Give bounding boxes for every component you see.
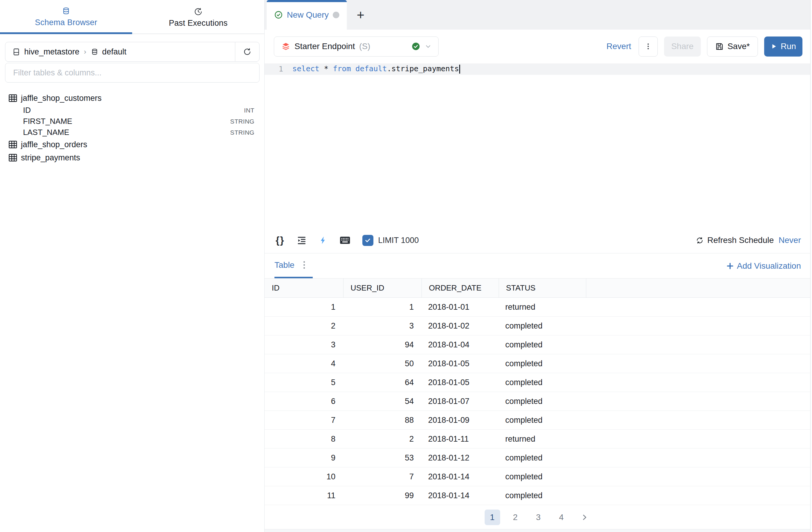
column-header[interactable]: ORDER_DATE <box>422 279 499 298</box>
tab-table-label: Table <box>274 260 294 270</box>
autocomplete-indent-icon[interactable] <box>296 235 307 246</box>
table-row: 232018-01-02completed <box>265 317 812 335</box>
table-row: 7882018-01-09completed <box>265 411 812 430</box>
chevron-down-icon <box>424 43 432 50</box>
run-button[interactable]: Run <box>764 37 802 57</box>
limit-checkbox[interactable] <box>362 235 373 246</box>
query-actions: Revert Share <box>607 37 802 57</box>
table-tab-kebab-icon[interactable] <box>302 260 306 270</box>
filter-box <box>5 63 260 83</box>
sql-token: from <box>333 64 351 73</box>
page-button-3[interactable]: 3 <box>531 509 546 525</box>
page-button-4[interactable]: 4 <box>554 509 569 525</box>
table-cell: 5 <box>265 373 343 392</box>
table-cell: 2018-01-09 <box>422 411 499 430</box>
column-header[interactable]: USER_ID <box>343 279 422 298</box>
new-tab-button[interactable]: + <box>347 0 374 30</box>
filter-tables-input[interactable] <box>5 63 259 82</box>
database-icon <box>62 7 70 15</box>
endpoint-name: Starter Endpoint <box>294 42 355 51</box>
tree-column-item[interactable]: LAST_NAMESTRING <box>9 127 255 138</box>
table-cell: completed <box>499 486 586 505</box>
column-name: FIRST_NAME <box>23 117 72 126</box>
limit-toggle[interactable]: LIMIT 1000 <box>362 235 419 246</box>
table-cell: 2018-01-14 <box>422 467 499 486</box>
play-icon <box>770 43 777 50</box>
table-cell: 54 <box>343 392 422 411</box>
table-row: 1072018-01-14completed <box>265 467 812 486</box>
table-cell-filler <box>586 335 812 354</box>
column-name: LAST_NAME <box>23 128 69 137</box>
breadcrumb-catalog[interactable]: hive_metastore <box>24 47 79 57</box>
table-cell: 1 <box>265 298 343 317</box>
table-cell: 6 <box>265 392 343 411</box>
sql-token: . <box>387 64 391 73</box>
table-cell: 53 <box>343 449 422 467</box>
table-name: stripe_payments <box>21 153 80 163</box>
scrollbar-gutter[interactable] <box>810 0 812 532</box>
refresh-schedule-value[interactable]: Never <box>779 236 801 245</box>
table-cell: 2018-01-05 <box>422 354 499 373</box>
sql-token: * <box>324 64 328 73</box>
table-cell: 94 <box>343 335 422 354</box>
save-button[interactable]: Save* <box>707 37 758 57</box>
tree-table-item[interactable]: jaffle_shop_customers <box>9 92 255 105</box>
more-actions-button[interactable] <box>639 37 658 57</box>
column-header[interactable]: ID <box>265 279 343 298</box>
sql-token: select <box>292 64 319 73</box>
tab-past-executions[interactable]: Past Executions <box>132 0 264 34</box>
unsaved-dot-icon <box>333 12 339 18</box>
table-cell: 2018-01-12 <box>422 449 499 467</box>
table-cell: 3 <box>265 335 343 354</box>
table-cell: completed <box>499 411 586 430</box>
table-cell: 2018-01-02 <box>422 317 499 335</box>
tab-schema-browser[interactable]: Schema Browser <box>0 0 132 34</box>
tree-column-item[interactable]: FIRST_NAMESTRING <box>9 116 255 127</box>
table-cell-filler <box>586 411 812 430</box>
table-row: 3942018-01-04completed <box>265 335 812 354</box>
table-cell: completed <box>499 392 586 411</box>
results-table: IDUSER_IDORDER_DATESTATUS 112018-01-01re… <box>265 278 812 505</box>
format-braces-icon[interactable]: {} <box>276 235 285 246</box>
tree-table-item[interactable]: stripe_payments <box>9 151 255 164</box>
table-cell-filler <box>586 373 812 392</box>
breadcrumb[interactable]: hive_metastore › default <box>5 42 235 61</box>
table-cell: 88 <box>343 411 422 430</box>
chevron-right-icon <box>581 514 588 521</box>
sql-token <box>319 64 324 73</box>
page-button-2[interactable]: 2 <box>508 509 523 525</box>
column-header[interactable]: STATUS <box>499 279 586 298</box>
refresh-schema-button[interactable] <box>235 42 259 61</box>
tab-schema-browser-label: Schema Browser <box>35 18 97 27</box>
breadcrumb-schema[interactable]: default <box>102 47 127 57</box>
table-row: 4502018-01-05completed <box>265 354 812 373</box>
add-visualization-button[interactable]: Add Visualization <box>726 261 801 271</box>
page-button-1[interactable]: 1 <box>484 509 500 525</box>
share-button[interactable]: Share <box>664 37 701 57</box>
table-row: 5642018-01-05completed <box>265 373 812 392</box>
sql-editor[interactable]: 1 select * from default.stripe_payments <box>265 64 812 228</box>
schema-breadcrumb-box: hive_metastore › default <box>5 42 260 62</box>
endpoint-select[interactable]: Starter Endpoint (S) <box>274 37 439 57</box>
pagination: 1234 <box>265 505 812 529</box>
table-name: jaffle_shop_orders <box>21 140 87 149</box>
keyboard-shortcuts-icon[interactable] <box>339 236 350 245</box>
query-tab-new-query[interactable]: New Query <box>267 0 347 30</box>
sidebar: Schema Browser Past Executions <box>0 0 265 532</box>
table-cell: 99 <box>343 486 422 505</box>
tree-column-item[interactable]: IDINT <box>9 105 255 116</box>
table-row: 112018-01-01returned <box>265 298 812 317</box>
share-button-label: Share <box>671 42 694 51</box>
table-cell: 1 <box>343 298 422 317</box>
revert-button[interactable]: Revert <box>607 42 631 51</box>
table-cell: 50 <box>343 354 422 373</box>
live-autocomplete-bolt-icon[interactable] <box>319 236 328 245</box>
sql-token: default <box>356 64 387 73</box>
next-page-button[interactable] <box>577 509 592 525</box>
editor-toolbar: {} <box>265 227 812 253</box>
plus-icon: + <box>357 8 364 23</box>
table-cell: 4 <box>265 354 343 373</box>
tab-table-visualization[interactable]: Table <box>274 253 313 279</box>
tree-table-item[interactable]: jaffle_shop_orders <box>9 138 255 151</box>
table-grid-icon <box>9 154 17 162</box>
